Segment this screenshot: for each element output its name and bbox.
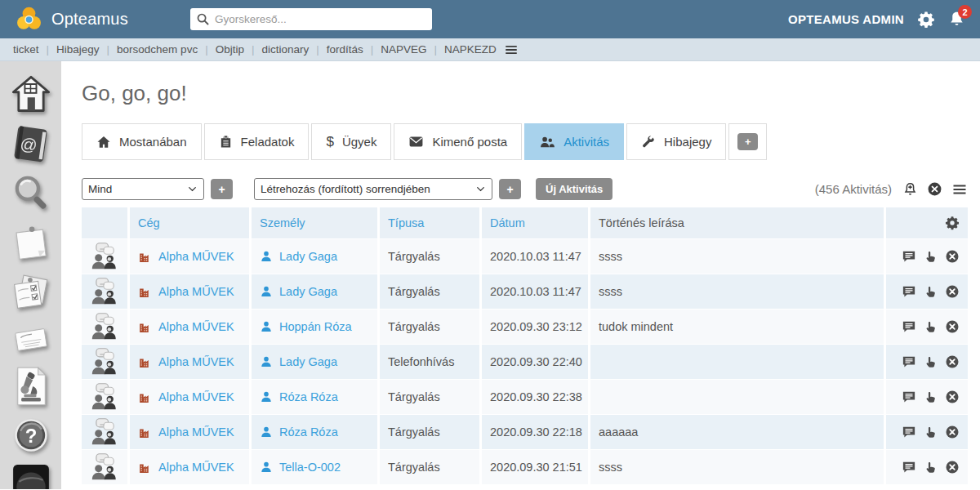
delete-circle-icon[interactable] [945,460,960,474]
header-description: Történés leírása [590,207,884,238]
current-user-label[interactable]: OPTEAMUS ADMIN [788,12,904,26]
list-menu-icon[interactable] [951,181,968,198]
tab-aktivitas[interactable]: Aktivitás [524,123,624,160]
meeting-icon [90,382,119,412]
comment-icon[interactable] [902,390,916,404]
quicknav-item-borsodchem[interactable]: borsodchem pvc [117,43,216,56]
quicknav-item-napveg[interactable]: NAPVEG [381,43,444,56]
globe-icon[interactable] [11,463,51,489]
header-company[interactable]: Cég [138,216,160,229]
header-row-icon [82,207,127,238]
address-book-icon[interactable]: @ [10,123,52,166]
comment-icon[interactable] [902,319,916,334]
delete-circle-icon[interactable] [945,354,960,369]
column-settings-gear-icon[interactable] [945,216,960,230]
hand-pointer-icon[interactable] [924,250,938,264]
quicknav-item-objtip[interactable]: Objtip [216,43,262,56]
delete-circle-icon[interactable] [945,319,960,334]
sort-selected-value: Létrehozás (fordított) sorrendjében [261,183,430,195]
delete-circle-icon[interactable] [945,390,960,404]
tab-hibajegy[interactable]: Hibajegy [626,123,726,160]
home-icon[interactable] [10,74,52,116]
tab-kimeno-posta[interactable]: Kimenő posta [394,123,522,160]
hand-pointer-icon[interactable] [924,390,938,404]
activity-type: Tárgyalás [380,450,479,484]
table-row-partial [82,485,968,489]
quicknav-item-napkezd[interactable]: NAPKEZD [444,43,497,56]
search-icon[interactable] [11,173,51,214]
notifications[interactable]: 2 [948,11,965,28]
delete-circle-icon[interactable] [945,284,960,299]
hand-pointer-icon[interactable] [924,355,938,369]
add-filter-button[interactable]: + [211,179,233,199]
comment-icon[interactable] [902,284,916,299]
header-type[interactable]: Típusa [388,216,424,229]
tab-ugyek[interactable]: $ Ügyek [311,123,391,160]
close-circle-icon[interactable] [927,181,942,197]
add-tab-button[interactable]: + [737,133,758,150]
activity-table: Cég Személy Típusa Dátum Történés leírás… [82,207,968,489]
company-link[interactable]: Alpha MŰVEK [158,320,234,333]
comment-icon[interactable] [902,425,916,439]
table-row[interactable]: Alpha MŰVEK Róza Róza Tárgyalás 2020.09.… [82,415,968,449]
alarm-add-icon[interactable] [902,181,918,197]
company-link[interactable]: Alpha MŰVEK [158,250,234,263]
activity-description: ssss [590,274,884,309]
activity-date: 2020.09.30 22:18 [482,415,588,449]
tab-feladatok[interactable]: Feladatok [204,123,310,160]
delete-circle-icon[interactable] [945,249,960,264]
person-link[interactable]: Lady Gaga [279,285,337,298]
quicknav-item-hibajegy[interactable]: Hibajegy [56,43,117,56]
header-person[interactable]: Személy [260,216,305,229]
sidebar: @ [0,61,61,489]
company-link[interactable]: Alpha MŰVEK [158,390,234,403]
person-link[interactable]: Lady Gaga [279,355,337,368]
filter-select[interactable]: Mind [82,178,204,200]
business-card-icon[interactable] [10,321,52,358]
comment-icon[interactable] [902,460,916,474]
company-link[interactable]: Alpha MŰVEK [158,425,234,439]
svg-text:?: ? [24,425,37,447]
quicknav-item-forditas[interactable]: fordítás [327,43,381,56]
hand-pointer-icon[interactable] [924,285,938,299]
note-icon[interactable] [10,221,52,264]
table-row[interactable]: Alpha MŰVEK Róza Róza Tárgyalás 2020.09.… [82,380,968,414]
brand[interactable]: Opteamus [15,5,128,33]
task-notes-icon[interactable] [10,271,52,314]
search-input[interactable] [190,8,432,30]
hand-pointer-icon[interactable] [924,320,938,334]
activity-description: tudok mindent [590,310,884,344]
quicknav-menu-icon[interactable] [504,42,519,57]
table-row[interactable]: Alpha MŰVEK Tella-O-002 Tárgyalás 2020.0… [82,450,968,484]
quicknav-item-ticket[interactable]: ticket [13,43,56,56]
company-link[interactable]: Alpha MŰVEK [158,461,234,474]
research-document-icon[interactable] [10,365,52,408]
company-link[interactable]: Alpha MŰVEK [158,285,234,298]
main-content: Go, go, go! Mostanában Feladatok $ Ügyek [61,61,980,489]
new-activity-button[interactable]: Új Aktivitás [536,178,612,200]
company-icon [138,461,152,474]
person-link[interactable]: Hoppán Róza [279,320,352,333]
sort-select[interactable]: Létrehozás (fordított) sorrendjében [254,178,492,200]
help-icon[interactable]: ? [11,415,51,456]
comment-icon[interactable] [902,354,916,369]
table-row[interactable]: Alpha MŰVEK Lady Gaga Tárgyalás 2020.10.… [82,239,968,274]
person-link[interactable]: Lady Gaga [279,250,337,263]
delete-circle-icon[interactable] [945,425,960,439]
hand-pointer-icon[interactable] [924,425,938,439]
table-row[interactable]: Alpha MŰVEK Hoppán Róza Tárgyalás 2020.0… [82,310,968,344]
person-link[interactable]: Róza Róza [279,390,338,403]
table-row[interactable]: Alpha MŰVEK Lady Gaga Telefonhívás 2020.… [82,345,968,379]
person-link[interactable]: Tella-O-002 [279,461,341,474]
tab-mostanaban[interactable]: Mostanában [82,123,202,160]
settings-gear-icon[interactable] [917,11,935,29]
person-link[interactable]: Róza Róza [279,425,338,439]
comment-icon[interactable] [902,249,916,264]
header-date[interactable]: Dátum [490,216,525,229]
company-link[interactable]: Alpha MŰVEK [158,355,234,368]
hand-pointer-icon[interactable] [924,461,938,474]
table-header: Cég Személy Típusa Dátum Történés leírás… [82,207,968,238]
table-row[interactable]: Alpha MŰVEK Lady Gaga Tárgyalás 2020.10.… [82,274,968,309]
quicknav-item-dictionary[interactable]: dictionary [261,43,326,56]
add-sort-button[interactable]: + [499,179,521,199]
